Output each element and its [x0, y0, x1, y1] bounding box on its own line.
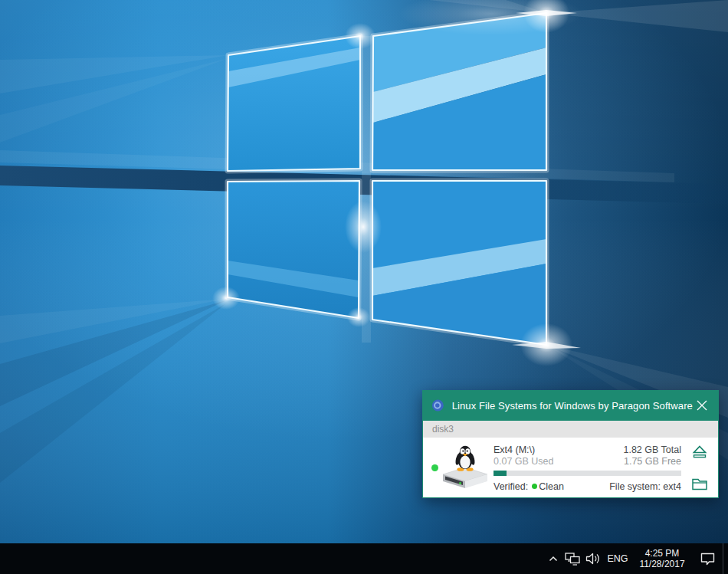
volume-total: 1.82 GB Total: [623, 444, 681, 456]
action-center-icon[interactable]: [692, 543, 723, 574]
speaker-icon[interactable]: [582, 543, 603, 574]
verified-label: Verified:: [494, 481, 528, 492]
eject-icon[interactable]: [692, 444, 707, 459]
language-indicator[interactable]: ENG: [603, 543, 632, 574]
notification-title: Linux File Systems for Windows by Parago…: [452, 400, 693, 412]
volume-actions: [689, 444, 710, 491]
volume-details: Ext4 (M:\) 0.07 GB Used 1.82 GB Total 1.…: [494, 444, 681, 492]
linux-disk-icon: [440, 444, 490, 490]
volume-free: 1.75 GB Free: [623, 456, 681, 467]
close-icon[interactable]: [693, 395, 711, 415]
volume-usage-fill: [494, 471, 507, 476]
taskbar[interactable]: ENG 4:25 PM 11/28/2017: [0, 543, 728, 574]
chevron-up-icon[interactable]: [544, 543, 562, 574]
folder-icon[interactable]: [692, 478, 707, 490]
desktop: Linux File Systems for Windows by Parago…: [0, 0, 728, 574]
volume-status-dot: [431, 464, 438, 471]
paragon-logo-icon: [431, 399, 444, 412]
clock-date: 11/28/2017: [639, 559, 684, 569]
volume-usage-bar: [494, 471, 681, 476]
notification-titlebar[interactable]: Linux File Systems for Windows by Parago…: [422, 390, 719, 421]
volume-used: 0.07 GB Used: [494, 456, 554, 467]
system-tray: ENG 4:25 PM 11/28/2017: [544, 543, 728, 574]
volume-name: Ext4 (M:\): [494, 444, 554, 456]
paragon-notification-window: Linux File Systems for Windows by Parago…: [422, 390, 719, 498]
show-desktop-button[interactable]: [723, 543, 728, 574]
network-icon[interactable]: [562, 543, 582, 574]
disk-group-label: disk3: [422, 421, 719, 438]
volume-panel: Ext4 (M:\) 0.07 GB Used 1.82 GB Total 1.…: [422, 438, 719, 498]
clock-time: 4:25 PM: [645, 548, 680, 559]
taskbar-clock[interactable]: 4:25 PM 11/28/2017: [632, 543, 692, 574]
clean-status-dot: [532, 484, 537, 489]
verified-status: Clean: [539, 481, 564, 492]
filesystem-label: File system: ext4: [609, 481, 681, 492]
